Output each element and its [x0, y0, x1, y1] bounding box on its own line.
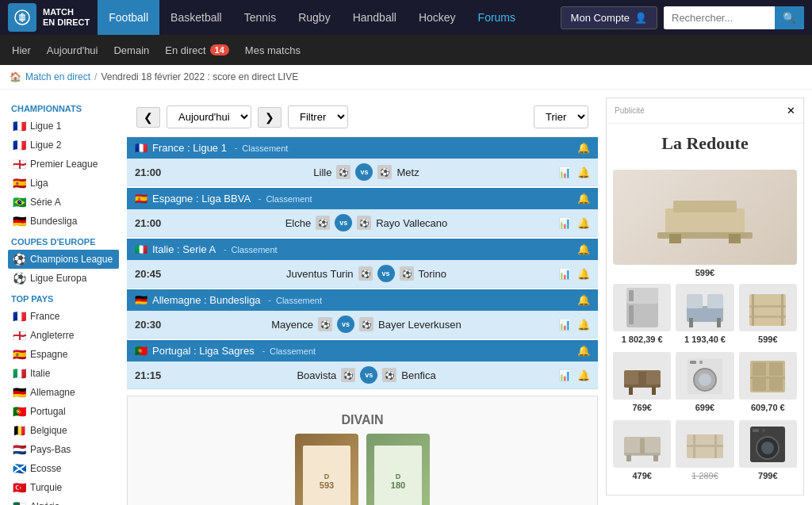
nav-hockey[interactable]: Hockey — [408, 0, 467, 35]
nav-rugby[interactable]: Rugby — [287, 0, 341, 35]
product-price-bed: 1 193,40 € — [676, 335, 733, 344]
match-time-serie-a: 20:45 — [135, 268, 174, 280]
svg-rect-32 — [753, 362, 766, 376]
svg-rect-29 — [699, 361, 703, 364]
nav-tennis[interactable]: Tennis — [233, 0, 287, 35]
classement-bundesliga[interactable]: Classement — [276, 296, 322, 305]
bell-ligue1[interactable]: 🔔 — [577, 142, 590, 154]
league-header-left-liga-sagres: 🇵🇹 Portugal : Liga Sagres - Classement — [135, 345, 316, 357]
nav-football[interactable]: Football — [98, 0, 159, 35]
bell-liga[interactable]: 🔔 — [577, 193, 590, 205]
svg-rect-3 — [673, 201, 737, 212]
sidebar-item-belgique[interactable]: 🇧🇪 Belgique — [8, 421, 119, 440]
league-header-liga-sagres[interactable]: 🇵🇹 Portugal : Liga Sagres - Classement 🔔 — [127, 340, 598, 362]
away-team-liga-sagres: Benfica — [401, 369, 435, 381]
flag-dz: 🇩🇿 — [13, 500, 26, 505]
flag-spain: 🇪🇸 — [13, 177, 26, 189]
date-select[interactable]: Aujourd'hui — [167, 105, 251, 128]
svg-rect-15 — [749, 294, 786, 326]
sidebar-item-turquie[interactable]: 🇹🇷 Turquie — [8, 478, 119, 497]
league-header-bundesliga[interactable]: 🇩🇪 Allemagne : Bundesliga - Classement 🔔 — [127, 289, 598, 311]
trier-select[interactable]: Trier — [534, 105, 588, 128]
search-button[interactable]: 🔍 — [775, 6, 804, 29]
league-header-ligue1[interactable]: 🇫🇷 France : Ligue 1 - Classement 🔔 — [127, 137, 598, 159]
chart-icon-bundesliga[interactable]: 📊 — [558, 319, 571, 331]
chart-icon-liga[interactable]: 📊 — [558, 217, 571, 229]
close-icon[interactable]: ✕ — [787, 105, 795, 117]
sidebar-item-ligue1[interactable]: 🇫🇷 Ligue 1 — [8, 117, 119, 136]
product-img-strike-item — [676, 420, 733, 468]
match-time-ligue1: 21:00 — [135, 166, 174, 178]
home-team-ligue1: Lille — [313, 166, 331, 178]
classement-liga-sagres[interactable]: Classement — [270, 346, 316, 356]
bell-bundesliga[interactable]: 🔔 — [577, 294, 590, 306]
match-row-ligue1: 21:00 Lille ⚽ vs ⚽ Metz 📊 🔔 — [127, 159, 598, 186]
chart-icon-liga-sagres[interactable]: 📊 — [558, 369, 571, 381]
flag-nl: 🇳🇱 — [13, 443, 26, 456]
bell-liga-sagres[interactable]: 🔔 — [577, 345, 590, 357]
product-img-cabinet — [739, 352, 797, 400]
nav-forums[interactable]: Forums — [467, 0, 527, 35]
sidebar-item-france[interactable]: 🇫🇷 France — [8, 307, 119, 326]
mon-compte-button[interactable]: Mon Compte 👤 — [561, 6, 657, 29]
subnav-aujourdhui[interactable]: Aujourd'hui — [47, 41, 98, 59]
sidebar-item-liga[interactable]: 🇪🇸 Liga — [8, 174, 119, 193]
nav-right: Mon Compte 👤 🔍 — [561, 6, 804, 29]
classement-ligue1[interactable]: Classement — [242, 143, 288, 153]
next-date-button[interactable]: ❯ — [258, 107, 282, 128]
sidebar-item-bundesliga[interactable]: 🇩🇪 Bundesliga — [8, 212, 119, 231]
nav-basketball[interactable]: Basketball — [159, 0, 233, 35]
classement-liga[interactable]: Classement — [266, 194, 312, 204]
sidebar-item-pays-bas[interactable]: 🇳🇱 Pays-Bas — [8, 440, 119, 459]
match-icons-liga: 📊 🔔 — [558, 217, 590, 229]
product-img-fridge — [613, 284, 671, 331]
subnav-en-direct[interactable]: En direct 14 — [165, 41, 229, 59]
league-header-liga[interactable]: 🇪🇸 Espagne : Liga BBVA - Classement 🔔 — [127, 188, 598, 209]
subnav-demain[interactable]: Demain — [113, 41, 149, 59]
sidebar-item-ecosse[interactable]: 🏴󠁧󠁢󠁳󠁣󠁴󠁿 Ecosse — [8, 459, 119, 478]
sidebar-label-ligue-europa: Ligue Europa — [30, 273, 86, 284]
filter-select[interactable]: Filtrer — [288, 105, 348, 128]
bell-icon-serie-a[interactable]: 🔔 — [577, 268, 590, 280]
product-price-tv-stand: 769€ — [613, 403, 671, 412]
subnav-mes-matchs[interactable]: Mes matchs — [245, 41, 301, 59]
nav-handball[interactable]: Handball — [342, 0, 408, 35]
svg-rect-14 — [717, 318, 721, 327]
chart-icon-ligue1[interactable]: 📊 — [558, 166, 571, 178]
sidebar-item-algerie[interactable]: 🇩🇿 Algérie — [8, 497, 119, 505]
logo[interactable]: MATCH EN DIRECT — [8, 3, 90, 32]
sidebar-label-bundesliga: Bundesliga — [30, 216, 77, 227]
chart-icon-serie-a[interactable]: 📊 — [558, 268, 571, 280]
bell-icon-liga[interactable]: 🔔 — [577, 217, 590, 229]
flag-it: 🇮🇹 — [13, 367, 26, 380]
bell-serie-a[interactable]: 🔔 — [577, 243, 590, 255]
bell-icon-bundesliga[interactable]: 🔔 — [577, 319, 590, 331]
sidebar-item-premier-league[interactable]: 🏴󠁧󠁢󠁥󠁮󠁧󠁿 Premier League — [8, 155, 119, 174]
sidebar-label-pays-bas: Pays-Bas — [30, 444, 71, 455]
classement-serie-a[interactable]: Classement — [232, 245, 278, 254]
bell-icon-ligue1[interactable]: 🔔 — [577, 166, 590, 178]
sidebar-item-champions-league[interactable]: ⚽ Champions League — [8, 250, 119, 269]
sidebar-item-serie-a[interactable]: 🇧🇷 Série A — [8, 193, 119, 212]
sidebar-item-espagne[interactable]: 🇪🇸 Espagne — [8, 345, 119, 364]
search-input[interactable] — [664, 7, 775, 29]
sidebar-item-angleterre[interactable]: 🏴󠁧󠁢󠁥󠁮󠁧󠁿 Angleterre — [8, 326, 119, 345]
sidebar-item-allemagne[interactable]: 🇩🇪 Allemagne — [8, 383, 119, 402]
product-price-shelf: 599€ — [739, 335, 797, 344]
subnav-hier[interactable]: Hier — [12, 41, 31, 59]
sidebar-item-portugal[interactable]: 🇵🇹 Portugal — [8, 402, 119, 421]
svg-rect-12 — [707, 294, 723, 308]
match-icons-liga-sagres: 📊 🔔 — [558, 369, 590, 381]
sidebar-item-ligue-europa[interactable]: ⚽ Ligue Europa — [8, 269, 119, 288]
flag-liga-sagres: 🇵🇹 — [135, 345, 147, 357]
sidebar-item-italie[interactable]: 🇮🇹 Italie — [8, 364, 119, 383]
sidebar-item-ligue2[interactable]: 🇫🇷 Ligue 2 — [8, 136, 119, 155]
svg-rect-9 — [629, 305, 634, 324]
breadcrumb: 🏠 Match en direct / Vendredi 18 février … — [0, 65, 812, 90]
svg-rect-4 — [669, 234, 681, 243]
user-icon: 👤 — [634, 12, 647, 24]
prev-date-button[interactable]: ❮ — [136, 107, 160, 128]
breadcrumb-link[interactable]: Match en direct — [25, 71, 90, 82]
league-header-serie-a[interactable]: 🇮🇹 Italie : Serie A - Classement 🔔 — [127, 239, 598, 260]
bell-icon-liga-sagres[interactable]: 🔔 — [577, 369, 590, 381]
